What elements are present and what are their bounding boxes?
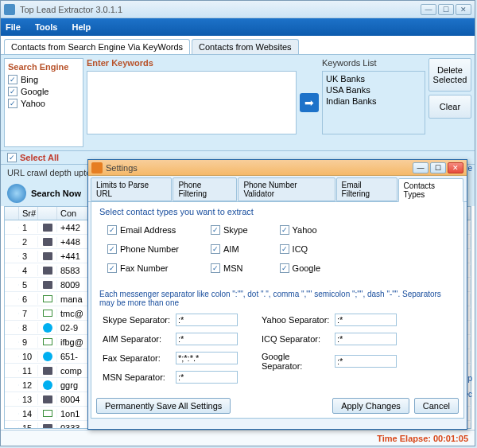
google-checkbox[interactable]: ✓	[8, 87, 17, 96]
keyword-item[interactable]: USA Banks	[324, 84, 423, 95]
cancel-button[interactable]: Cancel	[414, 398, 459, 414]
phone-icon	[43, 238, 52, 246]
google-label: Google	[21, 87, 48, 96]
separator-input[interactable]	[176, 352, 238, 364]
dialog-maximize-button[interactable]: ☐	[430, 162, 446, 173]
bing-checkbox[interactable]: ✓	[8, 75, 17, 84]
separator-label: Fax Separator:	[103, 353, 173, 363]
mail-icon	[43, 310, 52, 317]
type-label: Google	[293, 263, 320, 273]
keywords-list-title: Keywords List	[322, 58, 425, 68]
apply-changes-button[interactable]: Apply Changes	[332, 398, 409, 414]
menu-tools[interactable]: Tools	[35, 22, 58, 32]
type-checkbox[interactable]: ✓	[211, 263, 220, 273]
type-checkbox[interactable]: ✓	[107, 263, 117, 273]
keyword-item[interactable]: Indian Banks	[324, 95, 423, 107]
settings-dialog: Settings — ☐ ✕ Limits to Parse URL Phone…	[87, 159, 467, 430]
phone-icon	[43, 224, 52, 232]
mail-icon	[43, 338, 52, 345]
phone-icon	[43, 267, 52, 275]
skype-icon	[43, 323, 52, 333]
separator-label: ICQ Separator:	[262, 334, 332, 344]
minimize-button[interactable]: —	[421, 4, 436, 15]
skype-icon	[43, 352, 52, 361]
separator-input[interactable]	[335, 355, 397, 368]
maximize-button[interactable]: ☐	[438, 4, 454, 15]
type-label: ICQ	[293, 244, 308, 254]
tab-email-filtering[interactable]: Email Filtering	[336, 177, 398, 201]
keywords-list[interactable]: UK Banks USA Banks Indian Banks	[322, 71, 425, 134]
keywords-panel: Enter Keywords ➡ Keywords List UK Banks …	[87, 58, 425, 147]
keywords-textarea[interactable]	[87, 71, 297, 134]
separator-note: Each messenger separator like colon ":""…	[99, 290, 456, 307]
select-all-checkbox[interactable]: ✓	[7, 153, 17, 162]
mail-icon	[43, 295, 52, 302]
tab-search-engine[interactable]: Contacts from Search Engine Via KeyWords	[4, 39, 190, 54]
dialog-titlebar[interactable]: Settings — ☐ ✕	[88, 160, 467, 176]
tab-websites[interactable]: Contacts from Websites	[192, 39, 299, 54]
type-checkbox[interactable]: ✓	[280, 225, 289, 235]
skype-icon	[43, 380, 52, 390]
type-checkbox[interactable]: ✓	[211, 244, 220, 254]
separator-label: MSN Separator:	[103, 372, 173, 382]
dialog-tabs: Limits to Parse URL Phone Filtering Phon…	[88, 176, 467, 202]
phone-icon	[43, 395, 52, 403]
type-checkbox[interactable]: ✓	[280, 263, 289, 273]
titlebar: Top Lead Extractor 3.0.1.1 — ☐ ✕	[1, 1, 475, 18]
keyword-item[interactable]: UK Banks	[324, 73, 423, 84]
window-title: Top Lead Extractor 3.0.1.1	[20, 5, 421, 14]
tab-limits[interactable]: Limits to Parse URL	[91, 177, 172, 201]
tab-phone-validator[interactable]: Phone Number Validator	[238, 177, 335, 201]
dialog-instruction: Select contact types you want to extract	[99, 207, 456, 216]
search-now-button[interactable]: Search Now	[31, 189, 81, 198]
perm-save-button[interactable]: Permanently Save All Settings	[96, 398, 231, 414]
separator-input[interactable]	[176, 333, 238, 345]
separator-label: AIM Separator:	[103, 334, 173, 344]
separator-input[interactable]	[335, 333, 397, 345]
type-label: Skype	[223, 225, 248, 235]
type-label: Phone Number	[120, 244, 179, 254]
delete-selected-button[interactable]: Delete Selected	[429, 58, 471, 92]
dialog-title: Settings	[106, 163, 413, 173]
search-engine-title: Search Engine	[8, 62, 80, 72]
type-label: Yahoo	[293, 225, 317, 235]
yahoo-label: Yahoo	[21, 99, 45, 108]
separator-input[interactable]	[176, 314, 238, 326]
content-panel: Search Engine ✓Bing ✓Google ✓Yahoo Enter…	[1, 55, 475, 150]
separator-label: Google Separator:	[262, 352, 332, 371]
dialog-close-button[interactable]: ✕	[448, 162, 463, 173]
type-checkbox[interactable]: ✓	[107, 225, 117, 235]
dialog-minimize-button[interactable]: —	[413, 162, 429, 173]
menu-help[interactable]: Help	[72, 22, 91, 32]
separator-input[interactable]	[176, 371, 238, 384]
time-elapse: Time Elapse: 00:01:05	[377, 434, 468, 443]
globe-icon	[7, 184, 26, 203]
phone-icon	[43, 281, 52, 289]
col-sr-header[interactable]: Sr#	[19, 207, 38, 220]
tab-phone-filtering[interactable]: Phone Filtering	[173, 177, 237, 201]
menu-file[interactable]: File	[6, 22, 21, 32]
menubar: File Tools Help	[1, 18, 475, 36]
tab-contacts-types[interactable]: Contacts Types	[398, 178, 463, 202]
app-icon	[4, 4, 15, 15]
type-checkbox[interactable]: ✓	[107, 244, 117, 254]
phone-icon	[43, 367, 52, 375]
statusbar: Time Elapse: 00:01:05	[1, 430, 475, 446]
select-all-label: Select All	[20, 153, 59, 162]
search-engine-panel: Search Engine ✓Bing ✓Google ✓Yahoo	[4, 58, 83, 147]
close-button[interactable]: ✕	[456, 4, 471, 15]
bing-label: Bing	[21, 75, 38, 84]
type-label: Fax Number	[120, 263, 169, 273]
phone-icon	[43, 252, 52, 260]
separator-label: Yahoo Separator:	[262, 315, 332, 325]
type-checkbox[interactable]: ✓	[211, 225, 220, 235]
type-checkbox[interactable]: ✓	[280, 244, 289, 254]
main-tabs: Contacts from Search Engine Via KeyWords…	[1, 36, 475, 55]
separator-input[interactable]	[335, 314, 397, 326]
type-label: MSN	[223, 263, 242, 273]
separator-label: Skype Separator:	[103, 315, 173, 325]
yahoo-checkbox[interactable]: ✓	[8, 99, 17, 108]
add-keyword-button[interactable]: ➡	[300, 93, 319, 112]
clear-button[interactable]: Clear	[429, 95, 471, 119]
enter-keywords-title: Enter Keywords	[87, 58, 297, 68]
